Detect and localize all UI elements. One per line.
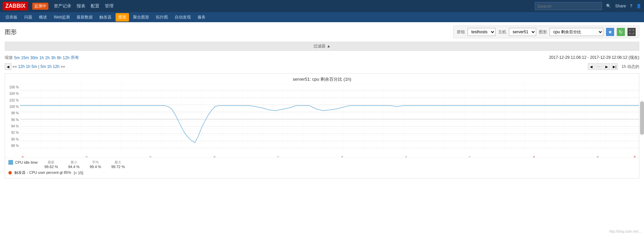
zoom-15m[interactable]: 15m — [21, 55, 29, 60]
nav-topology[interactable]: 拓扑图 — [153, 13, 171, 22]
nav-arrows-left: ◀ «« 12h 1h 5m | 5m 1h 12h »» — [5, 63, 65, 70]
nav-left-button[interactable]: ◀ — [588, 63, 595, 70]
quick-1h-fwd[interactable]: 1h — [47, 64, 51, 69]
quick-5m-back[interactable]: 5m — [32, 64, 37, 69]
nav-aggregate-graphs[interactable]: 聚合图形 — [130, 13, 152, 22]
nav-admin[interactable]: 管理 — [105, 3, 114, 9]
dynamic-label: 1h 动态的 — [621, 64, 639, 70]
quick-nav: «« 12h 1h 5m | 5m 1h 12h »» — [12, 64, 65, 69]
stat-max: 99.72 % — [111, 165, 125, 169]
favorite-button[interactable]: ★ — [606, 28, 614, 36]
stat-min: 94.4 % — [68, 165, 80, 169]
filter-toggle[interactable]: 过滤器 ▲ — [5, 42, 639, 51]
stat-latest: 99.62 % — [44, 165, 58, 169]
svg-text:11:57: 11:57 — [468, 156, 471, 158]
nav-problems[interactable]: 问题 — [22, 13, 35, 22]
y-label-7: 92 % — [6, 131, 19, 134]
top-navigation: ZABBIX 监测中 资产记录 报表 配置 管理 🔍 Share ? 👤 — [0, 0, 644, 12]
svg-text:11:22: 11:22 — [149, 156, 152, 158]
graph-label: 图形 — [539, 29, 547, 35]
svg-text:11:51: 11:51 — [404, 156, 407, 158]
share-label[interactable]: Share — [615, 4, 626, 8]
top-nav-links: 资产记录 报表 配置 管理 — [54, 3, 535, 9]
nav-auto-discover[interactable]: 自动发现 — [172, 13, 194, 22]
time-range: 2017-12-29 11:06:12 - 2017-12-29 12:06:1… — [549, 55, 639, 61]
second-navigation: 仪表板 问题 概述 Web监测 最新数据 触发器 图形 聚合图形 拓扑图 自动发… — [0, 12, 644, 22]
zoom-label: 缩放 — [5, 55, 13, 61]
quick-12h-back[interactable]: 12h — [18, 64, 25, 69]
zoom-1h[interactable]: 1h — [39, 55, 44, 60]
nav-arrows: ◀ «« 12h 1h 5m | 5m 1h 12h »» ◀ ⋯ ▶ — [5, 63, 639, 70]
y-label-8: 90 % — [6, 137, 19, 141]
y-label-1: 104 % — [6, 92, 19, 95]
host-select[interactable]: server51 — [509, 28, 536, 36]
host-label: 主机 — [498, 29, 506, 35]
graph-title: server51: cpu 剩余百分比 (1h) — [5, 74, 639, 84]
page-title: 图形 — [5, 28, 17, 36]
svg-text:12:05: 12:05 — [596, 156, 599, 158]
nav-grid-button[interactable]: ⋯ — [596, 63, 602, 70]
x-axis-group: 12-29 11:00 11:12 11:22 11:30 11:37 11:4… — [21, 156, 636, 158]
zoom-all[interactable]: 所有 — [71, 55, 79, 61]
stat-header-avg: 平均 — [90, 160, 101, 165]
scrollbar[interactable] — [640, 101, 644, 135]
y-label-4: 98 % — [6, 111, 19, 115]
nav-reports[interactable]: 报表 — [77, 3, 85, 9]
y-label-6: 94 % — [6, 124, 19, 128]
group-select[interactable]: testhosts — [468, 28, 496, 36]
monitor-badge[interactable]: 监测中 — [32, 3, 48, 10]
quick-nav-prefix: «« — [12, 64, 18, 69]
y-label-2: 102 % — [6, 99, 19, 102]
group-label: 群组 — [457, 29, 465, 35]
search-input[interactable] — [535, 2, 602, 10]
zoom-5m[interactable]: 5m — [14, 55, 20, 60]
svg-text:12:00: 12:00 — [532, 156, 535, 158]
nav-assets[interactable]: 资产记录 — [54, 3, 71, 9]
main-content: 图形 群组 testhosts 主机 server51 图形 cpu 剩余百分比… — [0, 22, 644, 236]
zoom-3h[interactable]: 3h — [51, 55, 55, 60]
y-label-0: 106 % — [6, 85, 19, 89]
fullscreen-button[interactable]: ⛶ — [628, 28, 636, 36]
stat-avg: 99.4 % — [90, 165, 101, 169]
page-header: 图形 群组 testhosts 主机 server51 图形 cpu 剩余百分比… — [5, 26, 639, 38]
top-nav-right: 🔍 Share ? 👤 — [535, 2, 641, 10]
filter-controls: 群组 testhosts 主机 server51 图形 cpu 剩余百分比 ★ … — [453, 26, 639, 38]
stat-header-latest: 最新 — [44, 160, 58, 165]
quick-12h-fwd[interactable]: 12h — [53, 64, 59, 69]
nav-end-button[interactable]: ▶| — [611, 63, 618, 70]
nav-arrows-right: ◀ ⋯ ▶ ▶| 1h 动态的 — [588, 63, 639, 70]
quick-5m-fwd[interactable]: 5m — [40, 64, 46, 69]
nav-triggers[interactable]: 触发器 — [97, 13, 114, 22]
nav-overview[interactable]: 概述 — [36, 13, 50, 22]
search-icon[interactable]: 🔍 — [606, 4, 611, 8]
zoom-2h[interactable]: 2h — [45, 55, 50, 60]
nav-dashboard[interactable]: 仪表板 — [3, 13, 20, 22]
refresh-button[interactable]: ↻ — [617, 28, 625, 36]
quick-nav-suffix: »» — [60, 64, 65, 69]
zoom-12h[interactable]: 12h — [63, 55, 70, 60]
svg-text:11:37: 11:37 — [277, 156, 280, 158]
nav-services[interactable]: 服务 — [195, 13, 208, 22]
prev-button[interactable]: ◀ — [5, 63, 11, 70]
nav-web-monitor[interactable]: Web监测 — [51, 13, 73, 22]
nav-right-button[interactable]: ▶ — [603, 63, 610, 70]
zabbix-logo: ZABBIX — [3, 2, 28, 10]
nav-graphs[interactable]: 图形 — [116, 13, 129, 22]
nav-config[interactable]: 配置 — [91, 3, 99, 9]
svg-text:11:30: 11:30 — [213, 156, 216, 158]
nav-latest-data[interactable]: 最新数据 — [74, 13, 95, 22]
graph-legend: CPU idle time 最新 99.62 % 最小 94.4 % 平均 99… — [5, 158, 639, 178]
zoom-6h[interactable]: 6h — [57, 55, 61, 60]
legend-color-cpu — [8, 160, 13, 165]
graph-select[interactable]: cpu 剩余百分比 — [550, 28, 603, 36]
trigger-value: [< 15] — [74, 171, 83, 175]
zoom-30m[interactable]: 30m — [30, 55, 38, 60]
graph-container: server51: cpu 剩余百分比 (1h) 106 % 104 % 102… — [5, 73, 639, 179]
user-icon[interactable]: 👤 — [636, 4, 641, 8]
quick-1h-back[interactable]: 1h — [26, 64, 30, 69]
time-controls: 缩放 5m 15m 30m 1h 2h 3h 6h 12h 所有 2017-12… — [5, 53, 639, 62]
stat-header-max: 最大 — [111, 160, 125, 165]
legend-label-cpu: CPU idle time — [15, 160, 38, 164]
help-icon[interactable]: ? — [630, 4, 632, 8]
y-label-5: 96 % — [6, 118, 19, 122]
